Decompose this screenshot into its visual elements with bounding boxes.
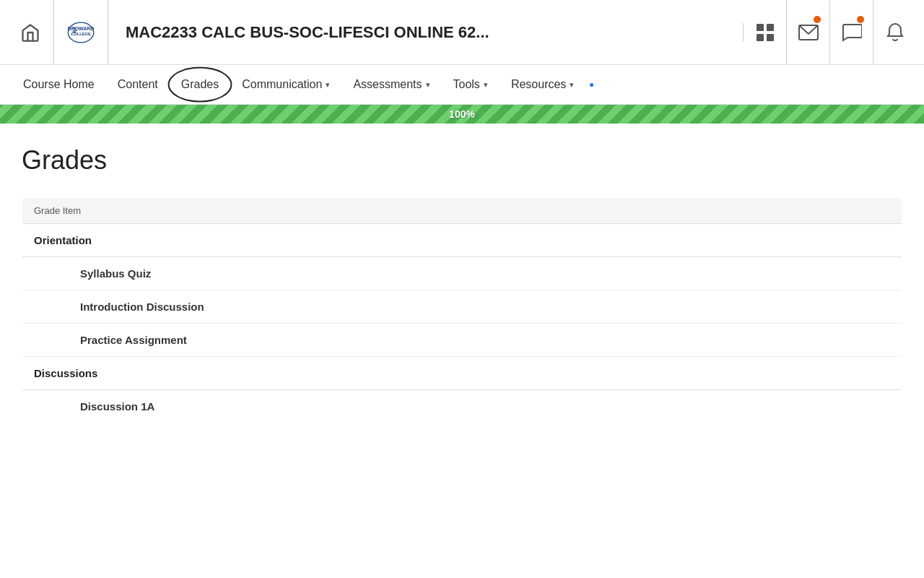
broward-college-logo-icon: BROWARD COLLEGE BC [67,19,95,46]
nav-more-dot [590,83,593,87]
main-content: Grades Grade Item Orientation Syllabus Q… [0,124,924,423]
svg-rect-8 [767,34,774,41]
grade-group-discussions: Discussions [22,357,902,390]
home-icon [20,22,40,43]
nav-item-grades[interactable]: Grades [170,65,230,104]
mail-notification-dot [814,16,821,23]
page-title: Grades [22,145,902,176]
grade-item-syllabus-quiz: Syllabus Quiz [22,257,902,290]
nav-item-communication[interactable]: Communication ▾ [230,65,341,104]
nav-item-content[interactable]: Content [106,65,170,104]
grade-item-practice-assignment: Practice Assignment [22,324,902,357]
grade-item-discussion-1a: Discussion 1A [22,390,902,423]
header-icons-group [744,0,917,64]
progress-bar: 100% [0,105,924,124]
nav-label-tools: Tools [453,78,480,91]
table-row[interactable]: Discussion 1A [22,390,902,423]
nav-item-course-home[interactable]: Course Home [12,65,106,104]
mail-icon [798,25,819,40]
nav-label-grades: Grades [181,78,219,91]
nav-bar: Course Home Content Grades Communication… [0,65,924,105]
nav-item-resources[interactable]: Resources ▾ [500,65,585,104]
svg-text:BROWARD: BROWARD [68,25,95,30]
nav-label-communication: Communication [242,78,322,91]
chat-button[interactable] [830,0,873,64]
communication-chevron-icon: ▾ [326,80,330,90]
nav-label-assessments: Assessments [353,78,422,91]
home-button[interactable] [7,0,54,64]
nav-label-resources: Resources [511,78,566,91]
table-row: Orientation [22,224,902,257]
bell-icon [886,22,905,43]
nav-label-content: Content [118,78,158,91]
resources-chevron-icon: ▾ [570,80,574,90]
grades-table: Grade Item Orientation Syllabus Quiz Int… [22,197,902,423]
chat-icon [842,23,862,42]
apps-button[interactable] [744,0,787,64]
table-row[interactable]: Syllabus Quiz [22,257,902,290]
nav-label-course-home: Course Home [23,78,95,91]
svg-text:COLLEGE: COLLEGE [71,32,91,36]
table-row: Discussions [22,357,902,390]
svg-rect-6 [767,24,774,31]
mail-button[interactable] [787,0,830,64]
nav-item-tools[interactable]: Tools ▾ [442,65,500,104]
svg-text:BC: BC [72,28,77,32]
grade-item-column-header: Grade Item [22,198,902,224]
chat-notification-dot [857,16,864,23]
table-row[interactable]: Introduction Discussion [22,290,902,324]
tools-chevron-icon: ▾ [484,80,488,90]
assessments-chevron-icon: ▾ [426,80,430,90]
alert-button[interactable] [873,0,917,64]
logo-area[interactable]: BROWARD COLLEGE BC [54,0,108,64]
grade-item-intro-discussion: Introduction Discussion [22,290,902,324]
apps-grid-icon [755,22,775,43]
table-row[interactable]: Practice Assignment [22,324,902,357]
progress-label: 100% [449,108,475,120]
svg-rect-7 [757,34,764,41]
nav-item-assessments[interactable]: Assessments ▾ [341,65,441,104]
top-header: BROWARD COLLEGE BC MAC2233 CALC BUS-SOC-… [0,0,924,65]
course-title: MAC2233 CALC BUS-SOC-LIFESCI ONLINE 62..… [108,23,744,42]
grade-group-orientation: Orientation [22,224,902,257]
svg-rect-5 [757,24,764,31]
